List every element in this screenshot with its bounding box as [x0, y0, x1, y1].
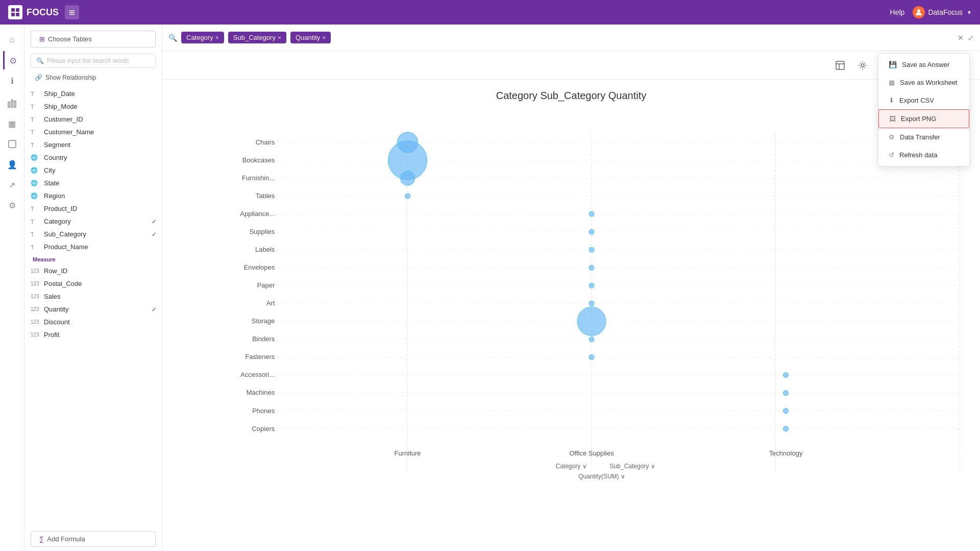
svg-point-4: [917, 9, 920, 12]
save-as-answer-item[interactable]: 💾 Save as Answer: [878, 56, 969, 74]
search-placeholder: Please input the search words: [47, 57, 129, 64]
bubble-envelopes[interactable]: [589, 265, 594, 270]
bubble-phones[interactable]: [783, 409, 789, 414]
sidebar-layers[interactable]: [3, 135, 21, 153]
field-ship-mode[interactable]: T Ship_Mode: [24, 100, 162, 113]
bubble-art[interactable]: [589, 301, 594, 306]
main-area: 🔍 Category × Sub_Category × Quantity × ✕…: [162, 25, 980, 551]
tag-subcategory-close[interactable]: ×: [278, 34, 281, 41]
y-label-phones: Phones: [252, 407, 275, 415]
sidebar-search[interactable]: ⊙: [3, 51, 21, 69]
y-label-accessories: Accessori...: [240, 371, 275, 378]
field-product-id[interactable]: T Product_ID: [24, 202, 162, 215]
bubble-accessories[interactable]: [783, 372, 789, 377]
search-bar-right: ✕ ⤢: [958, 34, 974, 42]
field-segment[interactable]: T Segment: [24, 138, 162, 151]
add-formula-label: Add Formula: [47, 535, 85, 543]
save-as-worksheet-item[interactable]: ▦ Save as Worksheet: [878, 74, 969, 91]
logo: FOCUS: [8, 5, 59, 19]
field-row-id[interactable]: 123 Row_ID: [24, 265, 162, 277]
field-country[interactable]: 🌐 Country: [24, 151, 162, 164]
link-icon: 🔗: [35, 74, 42, 81]
svg-rect-2: [11, 13, 15, 16]
logo-icon: [8, 5, 22, 19]
field-quantity[interactable]: 123 Quantity ✓: [24, 303, 162, 316]
export-csv-item[interactable]: ⬇ Export CSV: [878, 91, 969, 109]
field-state[interactable]: 🌐 State: [24, 177, 162, 189]
bubble-machines[interactable]: [783, 390, 789, 395]
tag-category-close[interactable]: ×: [215, 34, 219, 41]
field-label-region: Region: [44, 192, 65, 200]
bubble-binders[interactable]: [589, 337, 594, 342]
field-label-customer-name: Customer_Name: [44, 128, 94, 136]
bubble-furnishings[interactable]: [401, 171, 415, 185]
y-label-machines: Machines: [247, 389, 275, 396]
y-label-art: Art: [266, 299, 275, 307]
field-postal-code[interactable]: 123 Postal_Code: [24, 277, 162, 290]
bubble-fasteners[interactable]: [589, 354, 594, 360]
sidebar-info[interactable]: ℹ: [3, 71, 21, 90]
user-info[interactable]: DataFocus ▼: [913, 6, 972, 18]
tag-quantity-close[interactable]: ×: [322, 34, 326, 41]
field-discount[interactable]: 123 Discount: [24, 316, 162, 328]
svg-rect-6: [11, 100, 13, 107]
field-customer-id[interactable]: T Customer_ID: [24, 113, 162, 126]
type-icon-row-id: 123: [31, 268, 40, 274]
type-icon-customer-id: T: [31, 116, 40, 123]
field-ship-date[interactable]: T Ship_Date: [24, 87, 162, 100]
main-search-icon: 🔍: [168, 34, 177, 42]
field-product-name[interactable]: T Product_Name: [24, 241, 162, 253]
field-label-postal-code: Postal_Code: [44, 280, 82, 288]
expand-icon[interactable]: ⤢: [968, 34, 974, 42]
sidebar-home[interactable]: ⌂: [3, 31, 21, 49]
refresh-data-label: Refresh data: [899, 151, 937, 159]
bubble-supplies[interactable]: [589, 229, 594, 234]
field-region[interactable]: 🌐 Region: [24, 189, 162, 202]
bubble-paper[interactable]: [589, 283, 594, 288]
field-profit[interactable]: 123 Profit: [24, 328, 162, 341]
tag-quantity[interactable]: Quantity ×: [290, 32, 331, 43]
tag-category[interactable]: Category ×: [181, 32, 224, 43]
category-check: ✓: [152, 218, 157, 225]
field-category[interactable]: T Category ✓: [24, 215, 162, 228]
bubble-labels[interactable]: [589, 247, 594, 252]
sidebar-grid[interactable]: ▦: [3, 114, 21, 133]
measures-section-label: Measure: [24, 253, 162, 265]
axis-label-subcategory: Sub_Category ∨: [610, 463, 655, 470]
field-sub-category[interactable]: T Sub_Category ✓: [24, 228, 162, 241]
data-transfer-item[interactable]: ⚙ Data Transfer: [878, 128, 969, 146]
refresh-data-item[interactable]: ↺ Refresh data: [878, 146, 969, 164]
field-city[interactable]: 🌐 City: [24, 164, 162, 177]
bubble-appliances[interactable]: [589, 211, 594, 217]
export-csv-icon: ⬇: [889, 97, 894, 104]
help-link[interactable]: Help: [890, 8, 905, 16]
field-sales[interactable]: 123 Sales: [24, 290, 162, 303]
y-label-furnishings: Furnishin...: [242, 174, 275, 182]
bubble-storage[interactable]: [577, 307, 606, 336]
choose-tables-button[interactable]: ⊞ Choose Tables: [31, 31, 156, 47]
y-label-binders: Binders: [252, 335, 275, 343]
bubble-tables[interactable]: [405, 194, 410, 199]
field-label-category: Category: [44, 218, 71, 225]
sidebar-user[interactable]: 👤: [3, 155, 21, 174]
tag-subcategory-label: Sub_Category: [233, 34, 276, 41]
bubble-copiers[interactable]: [783, 426, 789, 432]
add-formula-button[interactable]: ∑ Add Formula: [31, 531, 156, 547]
table-icon[interactable]: [832, 57, 848, 74]
tag-subcategory[interactable]: Sub_Category ×: [228, 32, 286, 43]
field-list: T Ship_Date T Ship_Mode T Customer_ID T …: [24, 87, 162, 527]
export-png-icon: 🖼: [889, 115, 896, 123]
type-icon-product-id: T: [31, 206, 40, 212]
export-png-item[interactable]: 🖼 Export PNG: [878, 109, 969, 128]
sidebar-chart[interactable]: [3, 94, 21, 112]
clear-search-icon[interactable]: ✕: [958, 34, 964, 42]
field-search-box[interactable]: 🔍 Please input the search words: [31, 54, 156, 68]
field-customer-name[interactable]: T Customer_Name: [24, 126, 162, 138]
search-bar: 🔍 Category × Sub_Category × Quantity × ✕…: [162, 25, 980, 51]
settings-chart-icon[interactable]: [854, 57, 871, 74]
save-worksheet-icon: ▦: [889, 79, 895, 86]
top-nav-right: Help DataFocus ▼: [890, 6, 972, 18]
show-relationship[interactable]: 🔗 Show Relationship: [31, 72, 156, 83]
sidebar-analytics[interactable]: ↗: [3, 176, 21, 194]
sidebar-settings[interactable]: ⚙: [3, 196, 21, 214]
